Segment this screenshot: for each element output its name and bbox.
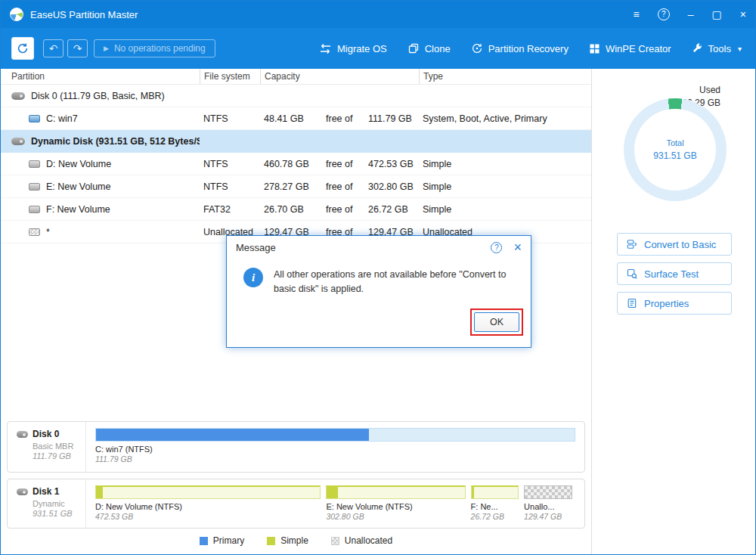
clone-button[interactable]: Clone xyxy=(407,42,451,54)
volume-segment-d[interactable]: D: New Volume (NTFS) 472.53 GB xyxy=(95,485,321,521)
clone-icon xyxy=(407,42,420,54)
pending-operations-button[interactable]: ▶ No operations pending xyxy=(94,39,215,57)
volume-segment-c[interactable]: C: win7 (NTFS) 111.79 GB xyxy=(95,428,575,464)
partition-label: C: win7 xyxy=(46,113,78,124)
legend-label-primary: Primary xyxy=(213,535,244,546)
surface-test-icon xyxy=(627,268,637,279)
dialog-title: Message xyxy=(236,242,276,253)
partition-recovery-button[interactable]: Partition Recovery xyxy=(471,42,569,54)
disk-name: Disk 0 xyxy=(33,429,59,439)
table-row-disk0[interactable]: Disk 0 (111.79 GB, Basic, MBR) xyxy=(1,85,591,107)
dialog-close-icon[interactable]: × xyxy=(513,240,522,254)
undo-button[interactable]: ↶ xyxy=(43,39,64,57)
partition-label: Disk 0 (111.79 GB, Basic, MBR) xyxy=(31,91,165,101)
table-row-c-win7[interactable]: C: win7 NTFS 48.41 GBfree of111.79 GB Sy… xyxy=(1,107,591,130)
type-value: Simple xyxy=(419,181,591,192)
app-logo-icon xyxy=(10,8,23,21)
unallocated-volume-icon xyxy=(29,228,40,236)
volume-label: D: New Volume (NTFS) xyxy=(95,502,321,511)
disk-map-card-disk1: Disk 1 Dynamic 931.51 GB D: New Volume (… xyxy=(7,479,585,529)
volume-segment-e[interactable]: E: New Volume (NTFS) 302.80 GB xyxy=(326,485,465,521)
partition-label: * xyxy=(46,227,50,237)
used-label: Used xyxy=(682,84,720,97)
legend-label-simple: Simple xyxy=(280,535,308,546)
volume-size: 111.79 GB xyxy=(95,454,575,464)
chevron-down-icon: ▾ xyxy=(738,45,742,53)
winpe-creator-button[interactable]: WinPE Creator xyxy=(589,43,671,54)
fs-value: NTFS xyxy=(200,181,260,192)
close-icon[interactable]: × xyxy=(740,9,746,20)
used-space-fill xyxy=(472,487,475,498)
dialog-message: All other operations are not available b… xyxy=(274,268,514,297)
winpe-creator-icon xyxy=(589,43,600,54)
dialog-help-icon[interactable]: ? xyxy=(491,242,502,253)
winpe-creator-label: WinPE Creator xyxy=(606,43,671,54)
toolbar: ↶ ↷ ▶ No operations pending Migrate OS C… xyxy=(1,28,755,69)
menu-icon[interactable]: ≡ xyxy=(634,9,640,20)
used-space-fill xyxy=(96,487,103,498)
properties-icon xyxy=(627,298,637,309)
convert-to-basic-label: Convert to Basic xyxy=(644,239,716,250)
type-value: Simple xyxy=(419,204,591,215)
column-header-partition: Partition xyxy=(1,69,200,84)
maximize-icon[interactable]: ▢ xyxy=(712,9,722,20)
volume-label: Unallo... xyxy=(524,502,572,511)
simple-legend-swatch xyxy=(267,537,275,545)
migrate-os-label: Migrate OS xyxy=(337,43,387,54)
tools-icon xyxy=(692,43,703,54)
legend-label-unallocated: Unallocated xyxy=(345,535,392,546)
type-value: System, Boot, Active, Primary xyxy=(419,113,591,124)
table-header: Partition File system Capacity Type xyxy=(1,69,591,85)
minimize-icon[interactable]: – xyxy=(688,9,694,20)
volume-icon xyxy=(29,183,40,191)
redo-button[interactable]: ↷ xyxy=(67,39,88,57)
disk-icon xyxy=(11,92,25,100)
migrate-os-icon xyxy=(319,43,332,54)
volume-label: F: Ne... xyxy=(471,502,519,511)
volume-bar-e[interactable] xyxy=(326,485,465,499)
info-icon: i xyxy=(243,268,263,287)
volume-bar-c[interactable] xyxy=(95,428,575,442)
legend: Primary Simple Unallocated xyxy=(1,535,591,546)
column-header-filesystem: File system xyxy=(200,69,260,84)
volume-segment-f[interactable]: F: Ne... 26.72 GB xyxy=(471,485,519,521)
partition-label: D: New Volume xyxy=(46,159,111,169)
play-icon: ▶ xyxy=(104,45,109,52)
titlebar: EaseUS Partition Master ≡ ? – ▢ × xyxy=(1,1,755,28)
disk-size: 931.51 GB xyxy=(33,509,85,518)
volume-bar-unallocated[interactable] xyxy=(524,485,572,499)
ok-button[interactable]: OK xyxy=(474,312,519,332)
volume-label: E: New Volume (NTFS) xyxy=(326,502,465,511)
partition-recovery-label: Partition Recovery xyxy=(488,43,569,54)
table-row-f-new-volume[interactable]: F: New Volume FAT32 26.70 GBfree of26.72… xyxy=(1,198,591,221)
convert-to-basic-icon xyxy=(627,239,637,250)
column-header-type: Type xyxy=(419,69,591,84)
volume-segment-unallocated[interactable]: Unallo... 129.47 GB xyxy=(524,485,572,521)
table-row-e-new-volume[interactable]: E: New Volume NTFS 278.27 GBfree of302.8… xyxy=(1,175,591,198)
surface-test-button[interactable]: Surface Test xyxy=(617,262,732,285)
disk-icon xyxy=(17,488,28,495)
partition-label: F: New Volume xyxy=(46,204,110,215)
used-space-fill xyxy=(96,429,369,441)
type-value: Simple xyxy=(419,159,591,169)
volume-bar-f[interactable] xyxy=(471,485,519,499)
migrate-os-button[interactable]: Migrate OS xyxy=(319,43,387,54)
disk-usage-donut-chart: Total 931.51 GB xyxy=(624,98,727,201)
table-row-d-new-volume[interactable]: D: New Volume NTFS 460.78 GBfree of472.5… xyxy=(1,153,591,175)
column-header-capacity: Capacity xyxy=(260,69,419,84)
volume-size: 129.47 GB xyxy=(524,512,572,521)
refresh-button[interactable] xyxy=(11,37,34,60)
window-title: EaseUS Partition Master xyxy=(30,9,138,20)
volume-label: C: win7 (NTFS) xyxy=(95,445,575,454)
donut-total-value: 931.51 GB xyxy=(653,150,696,161)
volume-size: 26.72 GB xyxy=(471,512,519,521)
properties-button[interactable]: Properties xyxy=(617,292,732,315)
convert-to-basic-button[interactable]: Convert to Basic xyxy=(617,233,732,256)
tools-button[interactable]: Tools ▾ xyxy=(692,43,742,54)
volume-bar-d[interactable] xyxy=(95,485,321,499)
disk-icon xyxy=(17,431,28,438)
table-row-dynamic-disk[interactable]: Dynamic Disk (931.51 GB, 512 Bytes/Secto… xyxy=(1,130,591,153)
easeus-partition-master-window: { "window": { "title": "EaseUS Partition… xyxy=(0,0,756,555)
help-icon[interactable]: ? xyxy=(658,8,670,20)
disk-details-panel: Used 36.29 GB Total 931.51 GB Convert to… xyxy=(591,69,755,554)
